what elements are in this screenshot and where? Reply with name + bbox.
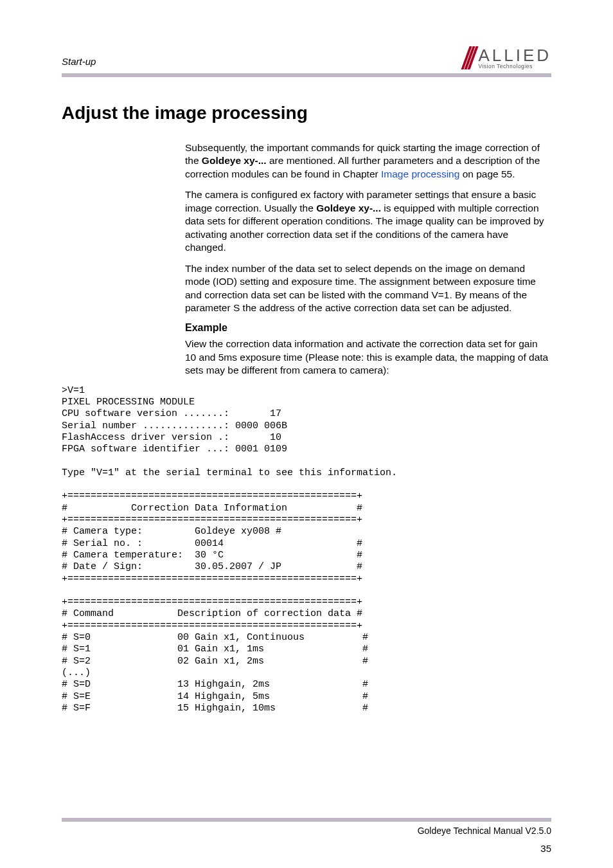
text: on page 55.: [459, 168, 515, 179]
logo-subtitle: Vision Technologies: [478, 64, 551, 69]
logo-slashes-icon: [465, 46, 474, 69]
header-rule: [62, 73, 551, 77]
running-head: Start-up: [62, 56, 96, 69]
body-column: Subsequently, the important commands for…: [185, 141, 551, 377]
paragraph-1: Subsequently, the important commands for…: [185, 141, 551, 181]
logo-title: ALLIED: [478, 47, 551, 64]
section-heading: Adjust the image processing: [62, 103, 551, 123]
logo-text: ALLIED Vision Technologies: [478, 47, 551, 69]
product-name: Goldeye xy-...: [316, 203, 381, 213]
paragraph-2: The camera is configured ex factory with…: [185, 188, 551, 254]
product-name: Goldeye xy-...: [202, 155, 267, 166]
example-heading: Example: [185, 322, 551, 334]
footer-rule: [62, 818, 551, 822]
page-header: Start-up ALLIED Vision Technologies: [62, 46, 551, 69]
chapter-link[interactable]: Image processing: [381, 168, 459, 179]
terminal-output: >V=1 PIXEL PROCESSING MODULE CPU softwar…: [62, 385, 551, 714]
page-number: 35: [540, 843, 551, 854]
paragraph-3: The index number of the data set to sele…: [185, 262, 551, 315]
page-footer: Goldeye Technical Manual V2.5.0: [62, 818, 551, 836]
paragraph-4: View the correction data information and…: [185, 338, 551, 377]
manual-version: Goldeye Technical Manual V2.5.0: [418, 826, 551, 836]
brand-logo: ALLIED Vision Technologies: [465, 46, 551, 69]
